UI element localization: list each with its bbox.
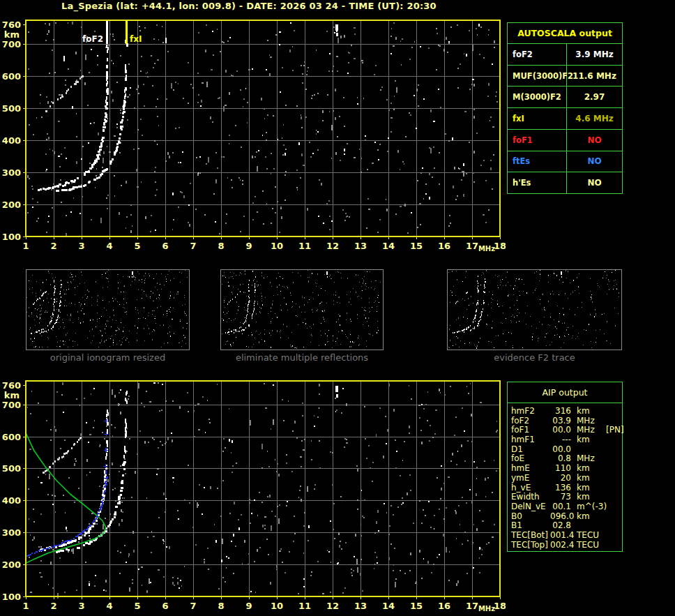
restored-O-trace-dot [105,472,107,473]
aip-row-Ewidth: Ewidth73km [511,493,622,502]
O-trace-dot [75,539,77,541]
restored-O-trace-dot [55,545,56,546]
second-hop-dot [70,86,72,88]
autoscala-panel-title: AUTOSCALA output [508,23,622,44]
restored-O-trace-dot [86,529,88,530]
aip-row-hmF1: hmF1---km [511,435,622,445]
O-trace-dot [248,306,248,307]
O-trace-dot [248,303,249,305]
X-trace-dot [109,163,112,165]
O-trace-dot [49,187,51,189]
X-trace-dot [68,549,70,551]
second-hop-dot [39,297,40,299]
O-trace-dot [54,309,54,310]
aip-x [605,521,622,531]
O-trace-dot [50,322,50,323]
X-trace-dot [46,331,47,332]
marker-line-foF2 [106,21,108,44]
aip-x [605,445,622,455]
restored-O-trace-dot [70,539,72,541]
O-asymptote-dot [478,300,478,301]
X-trace-dot [57,317,58,318]
O-trace-dot [458,331,459,332]
second-hop-dot [57,98,59,100]
O-trace-dot [476,309,477,310]
thumbnail-caption-eliminate: eliminate multiple reflections [220,352,384,363]
second-hop-dot [49,466,51,468]
X-trace-dot [109,524,111,526]
O-trace-dot [468,326,469,328]
y-axis-unit: km [4,29,20,40]
aip-l: B1 [511,521,550,531]
x-axis-tick-label: 2 [50,601,56,611]
autoscala-param-label: M(3000)F2 [508,87,567,107]
X-trace-dot [121,126,123,128]
O-trace-dot [104,126,106,128]
aip-v: 0.8 [550,454,571,464]
O-asymptote-dot [248,284,249,285]
X-trace-dot [474,326,475,328]
restored-O-trace-dot [98,513,99,514]
X-trace-dot [481,313,482,315]
autoscala-row-ftEs: ftEsNO [508,151,622,172]
aip-v: 002.4 [550,541,571,550]
X-trace-dot [480,316,481,317]
O-asymptote-dot [249,297,250,299]
X-trace-dot [65,189,68,191]
X-trace-dot [254,309,255,310]
X-asymptote-dot [255,285,255,287]
restored-O-trace-dot [36,551,38,553]
aip-l: TEC[Top] [511,541,550,550]
O-trace-dot [96,154,98,156]
x-axis-tick-label: 16 [438,601,450,611]
plot-border [26,20,500,236]
X-trace-dot [60,301,61,303]
O-trace-dot [475,316,476,317]
x-axis-tick-label: 16 [438,241,450,251]
second-hop-dot [75,83,77,85]
aip-x: [PN] [605,426,624,435]
autoscala-row-h'Es: h'EsNO [508,172,622,193]
aip-u: MHz [571,416,605,426]
X-asymptote-dot [485,278,485,280]
O-trace-dot [247,314,248,315]
second-hop-dot [230,300,231,301]
X-asymptote-dot [485,281,486,283]
O-asymptote-dot [54,285,55,287]
second-hop-dot [52,463,54,465]
O-asymptote-dot [106,453,107,456]
O-trace-dot [454,332,455,333]
aip-output-panel: AIP output hmF2316kmfoF203.9MHzfoF100.0M… [507,382,623,552]
second-hop-dot [78,439,79,441]
second-hop-dot [455,303,456,304]
O-trace-dot [47,325,48,326]
X-trace-dot [59,310,59,312]
second-hop-dot [46,291,47,292]
X-asymptote-dot [61,287,61,288]
aip-u [571,521,605,531]
x-axis-tick-label: 15 [410,241,423,251]
X-trace-dot [58,316,59,317]
O-trace-dot [474,317,476,319]
O-trace-dot [52,186,54,188]
X-asymptote-dot [60,291,61,292]
aip-row-DelN_vE: DelN_vE00.1m^(-3) [511,502,622,512]
restored-O-trace-dot [90,525,91,526]
y-axis-tick-label: 300 [2,167,21,178]
O-asymptote-dot [248,296,249,297]
aip-x [605,512,622,522]
X-trace-dot [479,320,480,322]
thumbnail-eliminate-reflections-image [221,270,383,350]
x-axis-tick-label: 1 [22,241,29,251]
O-asymptote-dot [248,290,250,292]
O-trace-dot [228,331,229,333]
restored-O-trace-dot [87,527,89,529]
X-trace-dot [470,330,471,331]
aip-x [605,474,622,483]
O-trace-dot [245,321,246,322]
restored-O-trace-dot [104,490,106,492]
X-trace-dot [83,544,85,546]
second-hop-dot [60,97,61,99]
X-trace-dot [123,461,126,463]
x-axis-tick-label: 13 [354,241,367,251]
